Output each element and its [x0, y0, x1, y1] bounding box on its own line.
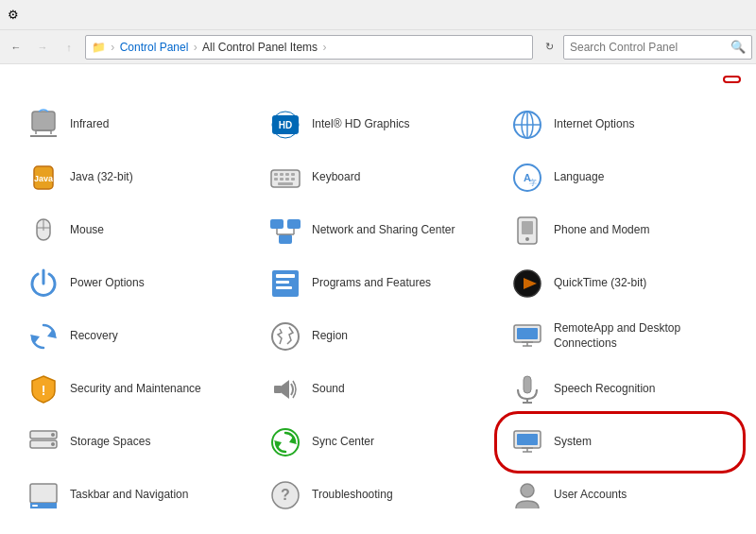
item-icon: [508, 212, 546, 250]
breadcrumb-current: All Control Panel Items: [202, 41, 318, 54]
minimize-button[interactable]: [618, 0, 662, 30]
svg-rect-40: [276, 286, 292, 289]
forward-button[interactable]: →: [30, 35, 55, 60]
list-item[interactable]: !Security and Maintenance: [15, 363, 257, 416]
list-item[interactable]: Phone and Modem: [499, 204, 741, 257]
svg-rect-35: [522, 221, 533, 234]
list-item[interactable]: Programs and Features: [257, 257, 499, 310]
item-icon: Java: [25, 159, 62, 197]
list-item[interactable]: Power Options: [15, 257, 257, 310]
list-item[interactable]: Work Folders: [499, 522, 741, 534]
item-icon: [266, 265, 304, 302]
item-icon: [25, 212, 62, 250]
svg-point-74: [521, 484, 534, 497]
list-item[interactable]: Windows Mobility Center: [257, 522, 499, 534]
list-item[interactable]: Taskbar and Navigation: [15, 469, 257, 522]
item-label: Storage Spaces: [70, 435, 150, 450]
svg-rect-18: [285, 178, 289, 181]
item-label: Region: [312, 329, 348, 344]
breadcrumb-control-panel[interactable]: Control Panel: [120, 41, 189, 54]
item-icon: [266, 318, 304, 355]
list-item[interactable]: Recovery: [15, 310, 257, 363]
svg-rect-54: [524, 376, 531, 393]
list-item[interactable]: Network and Sharing Center: [257, 204, 499, 257]
close-button[interactable]: [705, 0, 748, 30]
refresh-button[interactable]: ↻: [537, 35, 561, 60]
content-area: InfraredHDIntel® HD GraphicsInternet Opt…: [0, 64, 756, 534]
item-icon: [266, 423, 304, 461]
item-label: Troubleshooting: [312, 488, 393, 503]
svg-rect-27: [270, 219, 284, 229]
list-item[interactable]: Keyboard: [257, 151, 499, 204]
svg-rect-52: [274, 386, 282, 393]
search-box[interactable]: 🔍: [563, 35, 752, 60]
item-label: Mouse: [70, 223, 104, 238]
list-item[interactable]: ?Troubleshooting: [257, 469, 499, 522]
list-item[interactable]: Speech Recognition: [499, 363, 741, 416]
address-bar: ← → ↑ 📁 › Control Panel › All Control Pa…: [0, 30, 756, 64]
maximize-button[interactable]: [662, 0, 705, 30]
list-item[interactable]: Sync Center: [257, 416, 499, 469]
up-button[interactable]: ↑: [57, 35, 81, 60]
search-input[interactable]: [570, 41, 730, 54]
item-icon: [266, 159, 304, 197]
view-by-section: [719, 76, 741, 83]
list-item[interactable]: User Accounts: [499, 469, 741, 522]
item-label: Recovery: [70, 329, 118, 344]
items-container: InfraredHDIntel® HD GraphicsInternet Opt…: [15, 98, 741, 534]
list-item[interactable]: Windows Defender Firewall: [15, 522, 257, 534]
item-label: Internet Options: [554, 117, 634, 132]
item-label: RemoteApp and Desktop Connections: [554, 321, 731, 351]
svg-rect-65: [517, 434, 538, 445]
item-label: Java (32-bit): [70, 170, 133, 185]
list-item[interactable]: Sound: [257, 363, 499, 416]
item-label: Intel® HD Graphics: [312, 117, 410, 132]
list-item[interactable]: Mouse: [15, 204, 257, 257]
list-item[interactable]: A字Language: [499, 151, 741, 204]
list-item[interactable]: Internet Options: [499, 98, 741, 151]
item-icon: A字: [508, 159, 546, 197]
svg-marker-53: [282, 380, 289, 399]
item-label: Speech Recognition: [554, 382, 655, 397]
breadcrumb[interactable]: 📁 › Control Panel › All Control Panel It…: [85, 35, 533, 60]
item-icon: [25, 476, 62, 514]
title-bar: ⚙: [0, 0, 756, 30]
list-item[interactable]: QuickTime (32-bit): [499, 257, 741, 310]
svg-rect-39: [276, 281, 289, 284]
svg-rect-71: [32, 505, 38, 507]
list-item[interactable]: Region: [257, 310, 499, 363]
item-label: System: [554, 435, 592, 450]
svg-rect-47: [517, 328, 538, 339]
view-dropdown[interactable]: [723, 76, 741, 83]
search-icon[interactable]: 🔍: [730, 40, 746, 54]
content-header: [15, 76, 741, 89]
item-label: Taskbar and Navigation: [70, 488, 188, 503]
item-icon: [508, 476, 546, 514]
item-label: Network and Sharing Center: [312, 223, 455, 238]
svg-point-36: [525, 237, 529, 241]
svg-point-59: [51, 433, 55, 437]
svg-rect-17: [280, 178, 284, 181]
list-item[interactable]: RemoteApp and Desktop Connections: [499, 310, 741, 363]
svg-text:Java: Java: [34, 174, 54, 183]
svg-rect-19: [291, 178, 295, 181]
svg-rect-38: [276, 274, 295, 278]
list-item[interactable]: JavaJava (32-bit): [15, 151, 257, 204]
breadcrumb-home-icon: 📁: [92, 41, 106, 54]
item-icon: [508, 318, 546, 355]
item-label: Programs and Features: [312, 276, 431, 291]
list-item[interactable]: System: [499, 416, 741, 469]
back-button[interactable]: ←: [4, 35, 28, 60]
item-icon: HD: [266, 106, 304, 144]
svg-text:HD: HD: [279, 120, 292, 130]
svg-rect-15: [291, 173, 295, 176]
item-icon: [25, 318, 62, 355]
list-item[interactable]: HDIntel® HD Graphics: [257, 98, 499, 151]
item-label: Keyboard: [312, 170, 360, 185]
svg-rect-28: [287, 219, 301, 229]
item-icon: [25, 423, 62, 461]
svg-text:字: 字: [529, 179, 537, 187]
list-item[interactable]: Infrared: [15, 98, 257, 151]
main-area: InfraredHDIntel® HD GraphicsInternet Opt…: [0, 64, 756, 534]
list-item[interactable]: Storage Spaces: [15, 416, 257, 469]
